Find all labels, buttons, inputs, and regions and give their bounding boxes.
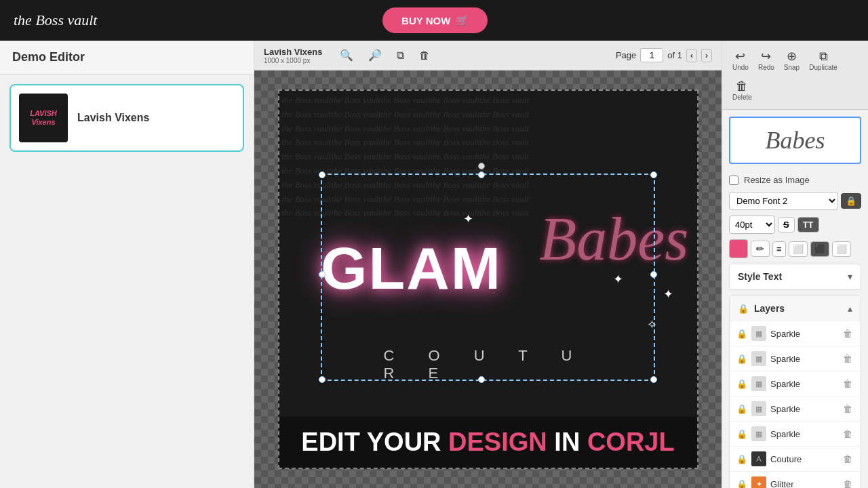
buy-now-button[interactable]: BUY NOW 🛒: [382, 7, 488, 33]
handle-rotate: [478, 163, 485, 169]
layer-lock-icon: 🔒: [736, 404, 747, 414]
delete-icon: 🗑: [736, 79, 748, 94]
project-thumbnail: LAVISH Vixens: [19, 94, 68, 142]
layer-item[interactable]: 🔒 ▦ Sparkle 🗑: [730, 321, 861, 346]
text-options-row: 40pt S TT: [722, 213, 868, 237]
font-select-row: Demo Font 2 🔒: [722, 189, 868, 213]
layer-lock-icon: 🔒: [736, 429, 747, 439]
layer-name: Sparkle: [770, 404, 837, 414]
sparkle-icon-1: ✦: [463, 211, 473, 226]
layer-delete-button[interactable]: 🗑: [842, 477, 854, 488]
style-text-header[interactable]: Style Text ▾: [730, 264, 861, 289]
next-page-button[interactable]: ›: [701, 49, 712, 62]
layer-name: Sparkle: [770, 429, 837, 439]
layers-section: 🔒 Layers ▴ 🔒 ▦ Sparkle 🗑 🔒 ▦ Sparkle 🗑: [729, 296, 861, 488]
layer-name: Sparkle: [770, 329, 837, 339]
delete-canvas-button[interactable]: 🗑: [415, 47, 434, 64]
layer-delete-button[interactable]: 🗑: [842, 377, 854, 390]
snap-button[interactable]: ⊕ Snap: [781, 46, 803, 74]
zoom-out-button[interactable]: 🔎: [364, 46, 386, 64]
layer-lock-icon: 🔒: [736, 479, 747, 489]
canvas-toolbar: Lavish Vixens 1000 x 1000 px 🔍 🔎 ⧉ 🗑 Pag…: [254, 41, 722, 70]
layer-name: Sparkle: [770, 379, 837, 389]
zoom-in-button[interactable]: 🔍: [336, 46, 357, 64]
layer-name-glitter: Glitter: [770, 479, 837, 489]
layer-lock-icon: 🔒: [736, 379, 747, 389]
undo-icon: ↩: [735, 49, 745, 64]
layer-item[interactable]: 🔒 ▦ Sparkle 🗑: [730, 396, 861, 422]
couture-text: C O U T U R E: [384, 347, 593, 382]
resize-label: Resize as Image: [744, 175, 810, 185]
sidebar-header: Demo Editor: [0, 41, 254, 75]
color-swatch-pink[interactable]: [729, 239, 748, 258]
canvas-file-dim: 1000 x 1000 px: [264, 57, 322, 64]
layer-delete-button[interactable]: 🗑: [842, 452, 854, 466]
layer-item-couture[interactable]: 🔒 A Couture 🗑: [730, 447, 861, 472]
main-content: Demo Editor LAVISH Vixens Lavish Vixens …: [0, 41, 868, 488]
style-text-section: Style Text ▾: [729, 264, 861, 290]
layer-delete-button[interactable]: 🗑: [842, 402, 854, 415]
canvas-viewport[interactable]: the Boss vaultthe Boss vaultthe Boss vau…: [254, 70, 722, 488]
font-lock-button[interactable]: 🔒: [841, 193, 861, 209]
style-text-title: Style Text: [738, 271, 782, 282]
buy-now-label: BUY NOW: [401, 15, 450, 26]
layer-item[interactable]: 🔒 ▦ Sparkle 🗑: [730, 346, 861, 371]
layers-lock-icon: 🔒: [738, 304, 749, 314]
duplicate-button[interactable]: ⧉ Duplicate: [806, 47, 841, 74]
layer-thumbnail: ▦: [751, 426, 766, 441]
layer-delete-button[interactable]: 🗑: [842, 427, 854, 441]
handle-top-left: [319, 171, 326, 178]
font-size-select[interactable]: 40pt: [729, 216, 775, 234]
layer-name: Sparkle: [770, 354, 837, 364]
color-pencil-button[interactable]: ✏: [751, 241, 770, 257]
top-nav: the Boss vault BUY NOW 🛒: [0, 0, 868, 41]
layer-thumbnail: ▦: [751, 376, 766, 391]
glam-text: GLAM: [321, 234, 502, 303]
project-card[interactable]: LAVISH Vixens Lavish Vixens: [9, 84, 244, 152]
layer-thumbnail: ▦: [751, 401, 766, 416]
redo-button[interactable]: ↪ Redo: [755, 46, 778, 74]
duplicate-icon: ⧉: [819, 49, 828, 64]
layer-thumbnail-glitter: ✦: [751, 476, 766, 488]
delete-button[interactable]: 🗑 Delete: [729, 77, 755, 104]
layer-item[interactable]: 🔒 ▦ Sparkle 🗑: [730, 371, 861, 396]
text-preview: Babes: [729, 117, 861, 164]
layer-item[interactable]: 🔒 ▦ Sparkle 🗑: [730, 422, 861, 447]
layer-name-couture: Couture: [770, 454, 837, 464]
right-toolbar: ↩ Undo ↪ Redo ⊕ Snap ⧉ Duplicate 🗑 Delet…: [722, 41, 868, 110]
babes-cursive-text: Babes: [539, 204, 688, 274]
resize-checkbox[interactable]: [729, 176, 738, 185]
layer-delete-button[interactable]: 🗑: [842, 327, 854, 340]
handle-top: [478, 171, 485, 178]
handle-top-right: [650, 171, 657, 178]
layer-lock-icon: 🔒: [736, 329, 747, 339]
sparkle-icon-3: ✧: [647, 317, 657, 332]
align-center-button[interactable]: ⬛: [810, 241, 829, 257]
font-dropdown[interactable]: Demo Font 2: [729, 192, 838, 210]
layers-title: Layers: [754, 303, 785, 314]
layer-thumbnail-text: A: [751, 451, 766, 466]
edit-banner-pink2: CORJL: [587, 428, 675, 456]
align-left-button[interactable]: ⬜: [789, 241, 808, 257]
layer-lock-icon: 🔒: [736, 354, 747, 364]
of-label: of 1: [667, 50, 682, 60]
resize-row: Resize as Image: [722, 171, 868, 189]
layer-item-glitter[interactable]: 🔒 ✦ Glitter 🗑: [730, 472, 861, 488]
undo-button[interactable]: ↩ Undo: [729, 46, 752, 74]
copy-button[interactable]: ⧉: [393, 47, 408, 64]
align-right-button[interactable]: ⬜: [832, 241, 851, 257]
canvas-file-name: Lavish Vixens: [264, 47, 322, 57]
page-number-input[interactable]: [640, 48, 663, 62]
layer-delete-button[interactable]: 🗑: [842, 352, 854, 365]
logo-area: the Boss vault: [14, 12, 97, 29]
strikethrough-button[interactable]: S: [778, 217, 795, 232]
canvas-area: Lavish Vixens 1000 x 1000 px 🔍 🔎 ⧉ 🗑 Pag…: [254, 41, 722, 488]
prev-page-button[interactable]: ‹: [686, 49, 697, 62]
left-sidebar: Demo Editor LAVISH Vixens Lavish Vixens: [0, 41, 254, 488]
layers-header[interactable]: 🔒 Layers ▴: [730, 296, 861, 321]
layer-thumbnail: ▦: [751, 326, 766, 341]
bold-button[interactable]: TT: [797, 217, 819, 232]
align-list-button[interactable]: ≡: [772, 241, 786, 257]
thumbnail-text: LAVISH Vixens: [19, 109, 68, 127]
logo-text: the Boss vault: [14, 12, 97, 29]
